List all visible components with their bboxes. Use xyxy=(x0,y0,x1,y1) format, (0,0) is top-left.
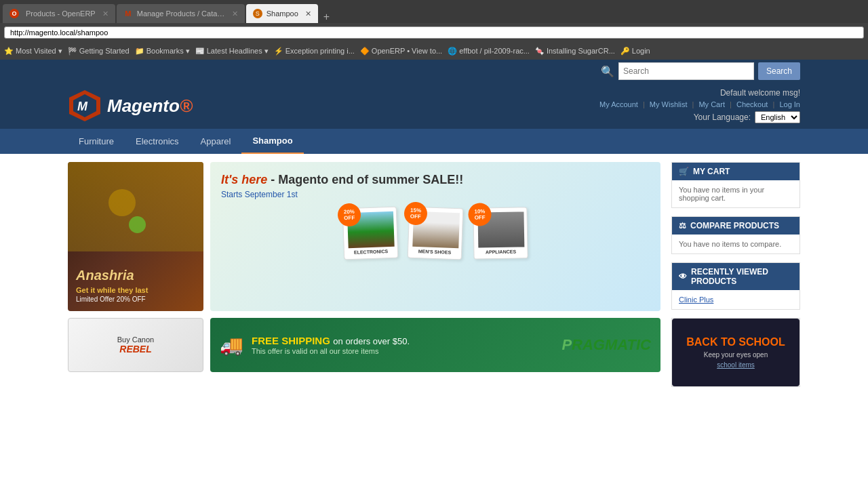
bookmarks-bar: ⭐ Most Visited ▾ 🏁 Getting Started 📁 Boo… xyxy=(0,42,868,60)
nav-item-furniture[interactable]: Furniture xyxy=(68,129,125,153)
new-tab-button[interactable]: + xyxy=(323,11,330,23)
tab-products-openErp[interactable]: O Products - OpenERP ✕ xyxy=(3,4,115,23)
feet-decoration xyxy=(68,162,203,251)
account-links: My Account | My Wishlist | My Cart | Che… xyxy=(599,100,800,108)
bookmark-sugar-icon: 🍬 xyxy=(535,47,545,56)
bookmark-openErp-label: OpenERP • View to... xyxy=(372,47,442,55)
sale-itshere: It's here xyxy=(221,173,267,186)
bookmark-getting-started[interactable]: 🏁 Getting Started xyxy=(68,47,130,56)
bookmark-bookmarks[interactable]: 📁 Bookmarks ▾ xyxy=(135,47,190,56)
bookmark-effbot[interactable]: 🌐 effbot / pil-2009-rac... xyxy=(448,47,530,56)
nav-item-apparel[interactable]: Apparel xyxy=(190,129,242,153)
bookmark-globe-icon: 🌐 xyxy=(448,47,457,56)
back-to-school-banner: BACK TO SCHOOL Keep your eyes open schoo… xyxy=(672,319,800,386)
buy-canon-text: Buy Canon xyxy=(117,336,154,344)
electronics-card: ELECTRONICS 20%OFF xyxy=(342,207,399,260)
language-row: Your Language: English xyxy=(599,111,800,123)
anashria-banner: Anashria Get it while they last Limited … xyxy=(68,162,203,311)
bookmark-sugarcrm-label: Installing SugarCR... xyxy=(547,47,615,55)
pragmatic-logo-text: PRAGMATIC xyxy=(561,336,651,353)
logo-area: M Magento® xyxy=(68,89,193,123)
bts-link[interactable]: school items xyxy=(717,361,755,369)
tabs-bar: O Products - OpenERP ✕ M Manage Products… xyxy=(0,0,868,23)
bookmark-folder-icon: 📁 xyxy=(135,47,144,56)
shipping-amount: on orders over $50. xyxy=(333,336,410,346)
bts-title: BACK TO SCHOOL xyxy=(686,336,785,348)
cart-icon: 🛒 xyxy=(679,167,689,176)
anashria-banner-image: Anashria Get it while they last Limited … xyxy=(68,162,203,311)
bookmark-sugar-crm[interactable]: 🍬 Installing SugarCR... xyxy=(535,47,615,56)
welcome-message: Default welcome msg! xyxy=(599,88,800,98)
tab-close-2[interactable]: ✕ xyxy=(232,9,238,18)
bookmark-effbot-label: effbot / pil-2009-rac... xyxy=(459,47,530,55)
compare-title: ⚖ COMPARE PRODUCTS xyxy=(672,217,800,235)
bookmark-star-icon: ⭐ xyxy=(4,47,14,56)
shoes-label: MEN'S SHOES xyxy=(412,249,457,255)
bookmark-bk-dropdown-icon: ▾ xyxy=(186,47,190,56)
login-link[interactable]: Log In xyxy=(779,100,800,108)
clinic-plus-link[interactable]: Clinic Plus xyxy=(679,296,713,304)
tab-close-1[interactable]: ✕ xyxy=(102,9,108,18)
bookmark-login-label: Login xyxy=(632,47,650,55)
free-shipping-text: FREE SHIPPING on orders over $50. xyxy=(252,335,410,347)
sale-text: - Magento end of summer SALE!! xyxy=(271,173,463,186)
compare-widget: ⚖ COMPARE PRODUCTS You have no items to … xyxy=(671,216,800,254)
banner-row: Anashria Get it while they last Limited … xyxy=(68,162,660,311)
tab-manage-products[interactable]: M Manage Products / Catalog ... ✕ xyxy=(117,4,245,23)
header-right: Default welcome msg! My Account | My Wis… xyxy=(599,88,800,123)
main-content: Anashria Get it while they last Limited … xyxy=(61,154,807,403)
tab-favicon-2: M xyxy=(123,9,133,18)
compare-icon: ⚖ xyxy=(679,221,686,230)
language-select[interactable]: English xyxy=(755,111,800,123)
anashria-offer: Limited Offer 20% OFF xyxy=(76,296,195,303)
circle-decor-1 xyxy=(108,189,136,216)
hero-banner: It's here - Magento end of summer SALE!!… xyxy=(210,162,660,311)
bookmark-login[interactable]: 🔑 Login xyxy=(620,47,650,56)
bookmark-key-icon: 🔑 xyxy=(620,47,630,56)
bookmark-dropdown-icon: ▾ xyxy=(58,47,62,56)
address-input[interactable] xyxy=(4,26,864,39)
free-shipping-label: FREE SHIPPING xyxy=(252,335,330,346)
bookmark-most-visited[interactable]: ⭐ Most Visited ▾ xyxy=(4,47,62,56)
bookmark-hl-dropdown-icon: ▾ xyxy=(264,47,269,56)
compare-label: COMPARE PRODUCTS xyxy=(690,221,779,230)
nav-item-electronics[interactable]: Electronics xyxy=(125,129,190,153)
bookmark-bookmarks-label: Bookmarks xyxy=(146,47,184,55)
top-bar: 🔍 Search xyxy=(0,60,868,83)
bookmark-latest-headlines[interactable]: 📰 Latest Headlines ▾ xyxy=(195,47,269,56)
search-button[interactable]: Search xyxy=(758,62,800,80)
address-bar xyxy=(0,23,868,42)
my-cart-link[interactable]: My Cart xyxy=(698,100,725,108)
bookmark-getting-started-label: Getting Started xyxy=(79,47,130,55)
nav-item-shampoo[interactable]: Shampoo xyxy=(241,129,303,154)
tab-label-3: Shampoo xyxy=(267,9,298,18)
bookmark-flash-icon: ⚡ xyxy=(274,47,283,56)
navigation-bar: Furniture Electronics Apparel Shampoo xyxy=(0,129,868,154)
compare-body: You have no items to compare. xyxy=(672,235,800,253)
tab-favicon-1: O xyxy=(9,9,19,18)
tab-close-3[interactable]: ✕ xyxy=(305,9,311,18)
tab-shampoo[interactable]: S Shampoo ✕ xyxy=(246,4,318,23)
search-bar: 🔍 Search xyxy=(601,62,800,80)
bookmark-openErp[interactable]: 🔶 OpenERP • View to... xyxy=(360,47,442,56)
recently-icon: 👁 xyxy=(679,272,687,281)
appliances-label: APPLIANCES xyxy=(478,249,523,254)
pragmatic-logo-area: PRAGMATIC xyxy=(561,336,651,354)
appliances-card: APPLIANCES 10%OFF xyxy=(473,207,528,259)
my-cart-widget: 🛒 MY CART You have no items in your shop… xyxy=(671,162,800,208)
shipping-banner: 🚚 FREE SHIPPING on orders over $50. This… xyxy=(210,318,660,372)
electronics-label: ELECTRONICS xyxy=(349,249,393,255)
canon-text: Buy Canon REBEL xyxy=(117,336,154,354)
bookmark-headlines-label: Latest Headlines xyxy=(207,47,262,55)
search-input[interactable] xyxy=(618,62,754,80)
magento-logo-icon: M xyxy=(68,89,102,123)
search-icon: 🔍 xyxy=(601,65,614,78)
bottom-banners: Buy Canon REBEL 🚚 FREE SHIPPING on order… xyxy=(68,318,660,372)
language-label: Your Language: xyxy=(694,113,751,122)
my-wishlist-link[interactable]: My Wishlist xyxy=(650,100,688,108)
my-cart-label: MY CART xyxy=(693,167,730,176)
my-account-link[interactable]: My Account xyxy=(599,100,638,108)
checkout-link[interactable]: Checkout xyxy=(736,100,768,108)
shipping-sub-text: This offer is valid on all our store ite… xyxy=(252,347,410,355)
bookmark-exception-printing[interactable]: ⚡ Exception printing i... xyxy=(274,47,355,56)
